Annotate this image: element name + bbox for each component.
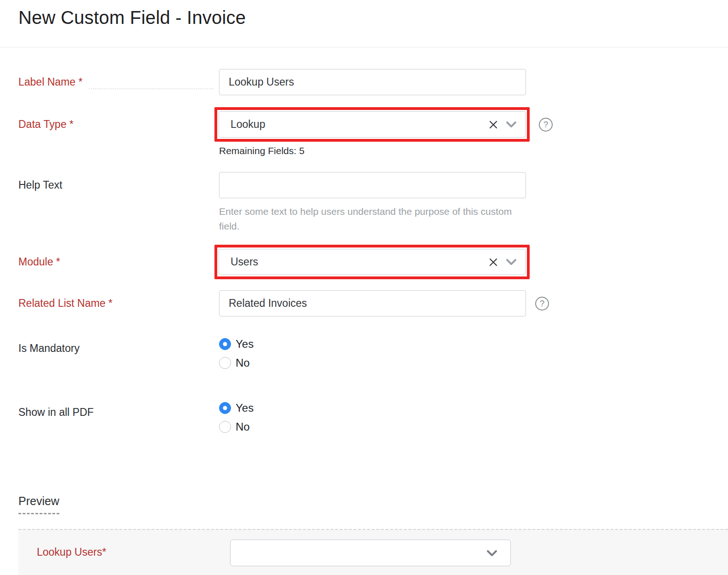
page-header: New Custom Field - Invoice	[0, 0, 728, 47]
help-text-hint: Enter some text to help users understand…	[219, 204, 526, 234]
related-list-input[interactable]	[219, 290, 526, 316]
form-row-show-in-all-pdf: Show in all PDF Yes No	[18, 402, 728, 439]
is-mandatory-radio-group: Yes No	[219, 338, 254, 375]
chevron-down-icon[interactable]	[506, 259, 517, 265]
form-row-help-text: Help Text Enter some text to help users …	[18, 172, 728, 234]
label-name-input[interactable]	[219, 69, 526, 95]
clear-icon[interactable]	[488, 257, 498, 267]
show-in-all-pdf-no-option[interactable]: No	[219, 420, 254, 433]
preview-section: Preview Lookup Users*	[0, 494, 728, 575]
help-icon[interactable]: ?	[539, 118, 553, 132]
chevron-down-icon[interactable]	[486, 550, 497, 557]
form-row-module: Module * Users	[18, 245, 728, 279]
is-mandatory-no-option[interactable]: No	[219, 356, 254, 369]
data-type-value: Lookup	[231, 118, 488, 131]
show-in-all-pdf-label: Show in all PDF	[18, 402, 219, 419]
preview-panel: Lookup Users*	[18, 529, 728, 575]
page-title: New Custom Field - Invoice	[18, 7, 710, 28]
chevron-down-icon[interactable]	[506, 121, 517, 128]
custom-field-form: Label Name * Data Type * Lookup	[0, 69, 728, 439]
radio-icon[interactable]	[219, 402, 231, 414]
is-mandatory-label: Is Mandatory	[18, 338, 219, 355]
related-list-label: Related List Name *	[18, 290, 219, 310]
preview-field-row: Lookup Users*	[18, 530, 728, 566]
preview-field-label: Lookup Users*	[37, 540, 230, 558]
module-select[interactable]: Users	[219, 249, 526, 275]
dotted-leader	[89, 88, 214, 89]
is-mandatory-yes-option[interactable]: Yes	[219, 338, 254, 351]
help-icon[interactable]: ?	[535, 297, 549, 310]
radio-icon[interactable]	[219, 357, 231, 369]
data-type-label: Data Type *	[18, 107, 219, 131]
radio-icon[interactable]	[219, 338, 231, 350]
show-in-all-pdf-yes-option[interactable]: Yes	[219, 402, 254, 414]
module-highlight-box: Users	[214, 245, 530, 279]
remaining-fields-note: Remaining Fields: 5	[219, 145, 553, 156]
module-label: Module *	[18, 245, 219, 268]
label-name-label: Label Name *	[18, 69, 219, 89]
form-row-related-list: Related List Name * ?	[18, 290, 728, 316]
form-row-label-name: Label Name *	[18, 69, 728, 95]
clear-icon[interactable]	[488, 120, 498, 130]
help-text-input[interactable]	[219, 172, 526, 198]
data-type-select[interactable]: Lookup	[219, 111, 526, 138]
form-row-is-mandatory: Is Mandatory Yes No	[18, 338, 728, 375]
preview-lookup-select[interactable]	[230, 540, 511, 566]
module-value: Users	[231, 256, 488, 268]
form-row-data-type: Data Type * Lookup ?	[18, 107, 728, 156]
show-in-all-pdf-radio-group: Yes No	[219, 402, 254, 439]
radio-icon[interactable]	[219, 421, 231, 433]
help-text-label: Help Text	[18, 172, 219, 191]
preview-heading: Preview	[18, 494, 59, 514]
data-type-highlight-box: Lookup	[214, 107, 530, 142]
